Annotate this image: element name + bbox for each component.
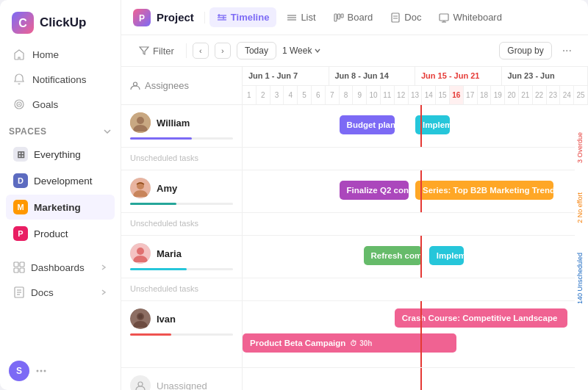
days-row: 1 2 3 4 5 6 7 8 9 10 11 12 13 1	[243, 86, 588, 104]
main-content: P Project Timeline List	[121, 0, 588, 390]
logo[interactable]: C ClickUp	[0, 0, 121, 43]
day-24: 24	[560, 86, 574, 104]
everything-icon: ⊞	[13, 147, 28, 162]
development-icon: D	[13, 173, 28, 188]
svg-rect-26	[334, 14, 337, 21]
product-icon: P	[13, 226, 28, 241]
svg-point-13	[37, 370, 39, 372]
notifications-label: Notifications	[32, 74, 87, 85]
maria-avatar-svg	[130, 243, 151, 264]
svg-point-35	[134, 82, 137, 86]
more-options-icon[interactable]	[35, 365, 47, 377]
goals-label: Goals	[32, 99, 58, 110]
unscheduled-maria-left: Unscheduled tasks	[121, 278, 243, 300]
svg-text:C: C	[18, 17, 27, 29]
task-budget-planning[interactable]: Budget planning ⏱ 30h	[340, 115, 395, 134]
sidebar-item-everything[interactable]: ⊞ Everything	[6, 142, 115, 167]
william-avatar-svg	[130, 112, 151, 133]
svg-point-45	[138, 382, 143, 386]
task-refresh-compa[interactable]: Refresh compa... ⏱ 30h	[364, 246, 423, 265]
week-cell-3: Jun 15 - Jun 21	[415, 67, 502, 85]
day-20: 20	[505, 86, 519, 104]
everything-label: Everything	[34, 149, 81, 160]
home-label: Home	[32, 49, 59, 60]
today-button[interactable]: Today	[237, 42, 276, 59]
day-12: 12	[395, 86, 409, 104]
ivan-progress-bar	[130, 333, 171, 336]
day-10: 10	[367, 86, 381, 104]
dashboards-label: Dashboards	[31, 262, 85, 273]
week-select[interactable]: 1 Week	[282, 46, 321, 56]
clickup-logo-icon: C	[12, 12, 34, 34]
maria-assignee: Maria	[130, 243, 233, 264]
today-line-william	[420, 105, 422, 147]
spaces-header: Spaces	[0, 118, 121, 141]
day-19: 19	[491, 86, 505, 104]
task-implement-2[interactable]: Implem... i	[429, 246, 464, 265]
day-21: 21	[519, 86, 533, 104]
timeline-header: Assignees Jun 1 - Jun 7 Jun 8 - Jun 14 J…	[121, 67, 588, 105]
unassigned-assignee: Unassigned	[130, 375, 233, 390]
tab-board[interactable]: Board	[326, 7, 381, 27]
maria-name: Maria	[157, 248, 182, 259]
more-button[interactable]: ···	[558, 41, 576, 60]
task-finalize-q2[interactable]: Finalize Q2 content plan	[340, 181, 409, 200]
ivan-tasks: Crash Course: Competitive Landscape Prod…	[243, 301, 588, 367]
doc-icon	[390, 12, 401, 23]
day-5: 5	[298, 86, 312, 104]
unassigned-avatar	[130, 375, 151, 390]
sidebar-item-home[interactable]: Home	[6, 43, 115, 66]
svg-rect-29	[392, 13, 399, 22]
ivan-progress-container	[130, 333, 233, 336]
unassigned-tasks	[243, 368, 588, 390]
user-avatar[interactable]: S	[9, 361, 29, 381]
sidebar-item-product[interactable]: P Product	[6, 221, 115, 246]
group-by-button[interactable]: Group by	[499, 42, 551, 59]
tab-list[interactable]: List	[279, 7, 323, 27]
sidebar-item-marketing[interactable]: M Marketing	[6, 195, 115, 220]
svg-point-14	[40, 370, 43, 372]
today-line-ivan	[420, 301, 422, 367]
task-series-b2b[interactable]: Series: Top B2B Marketing Trends	[415, 181, 553, 200]
svg-point-4	[18, 104, 20, 105]
row-amy: Amy Finalize Q2 content plan Series: Top…	[121, 170, 588, 213]
next-button[interactable]: ›	[215, 43, 231, 59]
row-william: William Budget planning ⏱ 30h Implem... …	[121, 105, 588, 148]
ivan-assignee: Ivan	[130, 308, 233, 329]
tab-timeline[interactable]: Timeline	[209, 7, 277, 27]
week-cell-2: Jun 8 - Jun 14	[329, 67, 416, 85]
day-18: 18	[478, 86, 492, 104]
tab-whiteboard[interactable]: Whiteboard	[431, 7, 509, 27]
sidebar-item-development[interactable]: D Development	[6, 168, 115, 193]
amy-name: Amy	[157, 183, 177, 194]
maria-info: Maria	[121, 236, 243, 278]
day-15: 15	[436, 86, 450, 104]
sidebar-item-docs[interactable]: Docs	[6, 281, 115, 304]
assignees-column-header: Assignees	[121, 67, 243, 104]
unscheduled-amy-right	[243, 213, 588, 235]
sidebar-item-goals[interactable]: Goals	[6, 93, 115, 116]
task-product-beta[interactable]: Product Beta Campaign ⏱ 30h	[243, 333, 456, 353]
dashboards-chevron	[100, 264, 107, 271]
unscheduled-maria-right	[243, 278, 588, 300]
svg-point-44	[138, 314, 143, 319]
filter-button[interactable]: Filter	[133, 43, 180, 59]
sidebar-item-notifications[interactable]: Notifications	[6, 68, 115, 91]
tab-doc-label: Doc	[404, 12, 421, 23]
development-label: Development	[34, 176, 93, 187]
sidebar-item-dashboards[interactable]: Dashboards	[6, 256, 115, 279]
svg-rect-5	[14, 262, 18, 267]
marketing-label: Marketing	[34, 202, 81, 213]
amy-tasks: Finalize Q2 content plan Series: Top B2B…	[243, 170, 588, 212]
weeks-header: Jun 1 - Jun 7 Jun 8 - Jun 14 Jun 15 - Ju…	[243, 67, 588, 104]
day-23: 23	[547, 86, 561, 104]
row-unassigned: Unassigned	[121, 368, 588, 390]
prev-button[interactable]: ‹	[193, 43, 209, 59]
unscheduled-william: Unscheduled tasks	[121, 148, 588, 170]
toolbar-sep-1	[186, 43, 187, 58]
william-progress-container	[130, 137, 233, 140]
bell-icon	[13, 73, 25, 85]
tab-doc[interactable]: Doc	[383, 7, 429, 27]
ivan-name: Ivan	[157, 314, 176, 325]
unscheduled-label-maria: Unscheduled tasks	[130, 281, 198, 296]
